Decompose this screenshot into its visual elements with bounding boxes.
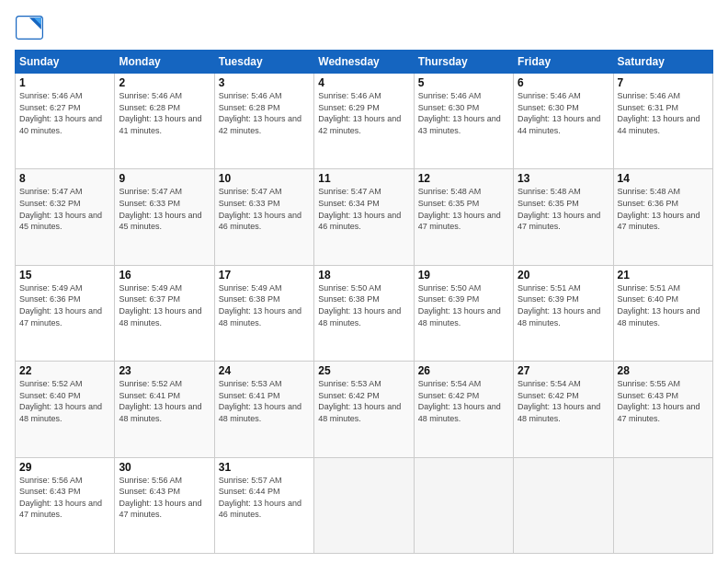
weekday-header-sunday: Sunday: [16, 51, 115, 74]
day-number: 5: [418, 76, 509, 89]
day-number: 18: [318, 269, 409, 282]
day-number: 16: [119, 269, 210, 282]
day-number: 21: [618, 269, 709, 282]
calendar-cell: 31Sunrise: 5:57 AMSunset: 6:44 PMDayligh…: [214, 457, 313, 553]
calendar-cell: 14Sunrise: 5:48 AMSunset: 6:36 PMDayligh…: [613, 169, 712, 265]
day-info: Sunrise: 5:56 AMSunset: 6:43 PMDaylight:…: [19, 475, 110, 521]
calendar-cell: 10Sunrise: 5:47 AMSunset: 6:33 PMDayligh…: [214, 169, 313, 265]
day-number: 22: [19, 364, 110, 377]
day-number: 17: [219, 269, 310, 282]
day-number: 24: [219, 364, 310, 377]
day-number: 11: [318, 172, 409, 185]
weekday-header-thursday: Thursday: [414, 51, 513, 74]
calendar-cell: 3Sunrise: 5:46 AMSunset: 6:28 PMDaylight…: [214, 74, 313, 169]
calendar-cell: 11Sunrise: 5:47 AMSunset: 6:34 PMDayligh…: [314, 169, 414, 265]
calendar-cell: 5Sunrise: 5:46 AMSunset: 6:30 PMDaylight…: [414, 74, 513, 169]
day-info: Sunrise: 5:57 AMSunset: 6:44 PMDaylight:…: [219, 475, 310, 521]
calendar-cell: 1Sunrise: 5:46 AMSunset: 6:27 PMDaylight…: [16, 74, 115, 169]
logo-icon: [15, 15, 44, 40]
calendar-cell: 2Sunrise: 5:46 AMSunset: 6:28 PMDaylight…: [115, 74, 214, 169]
calendar-cell: 6Sunrise: 5:46 AMSunset: 6:30 PMDaylight…: [514, 74, 613, 169]
day-info: Sunrise: 5:51 AMSunset: 6:40 PMDaylight:…: [618, 282, 709, 328]
calendar-cell: 30Sunrise: 5:56 AMSunset: 6:43 PMDayligh…: [115, 457, 214, 553]
calendar-cell: 24Sunrise: 5:53 AMSunset: 6:41 PMDayligh…: [214, 362, 313, 457]
day-number: 31: [219, 461, 310, 474]
weekday-header-saturday: Saturday: [613, 51, 712, 74]
day-number: 9: [119, 172, 210, 185]
day-info: Sunrise: 5:50 AMSunset: 6:39 PMDaylight:…: [418, 282, 509, 328]
page: SundayMondayTuesdayWednesdayThursdayFrid…: [0, 0, 728, 563]
calendar-cell: [514, 457, 613, 553]
calendar-cell: 21Sunrise: 5:51 AMSunset: 6:40 PMDayligh…: [613, 265, 712, 361]
day-info: Sunrise: 5:49 AMSunset: 6:38 PMDaylight:…: [219, 282, 310, 328]
header: [15, 15, 713, 40]
day-number: 7: [618, 76, 709, 89]
day-number: 12: [418, 172, 509, 185]
calendar-cell: 12Sunrise: 5:48 AMSunset: 6:35 PMDayligh…: [414, 169, 513, 265]
day-number: 26: [418, 364, 509, 377]
calendar-cell: 8Sunrise: 5:47 AMSunset: 6:32 PMDaylight…: [16, 169, 115, 265]
day-number: 23: [119, 364, 210, 377]
calendar-cell: 7Sunrise: 5:46 AMSunset: 6:31 PMDaylight…: [613, 74, 712, 169]
calendar-cell: 4Sunrise: 5:46 AMSunset: 6:29 PMDaylight…: [314, 74, 414, 169]
day-info: Sunrise: 5:46 AMSunset: 6:28 PMDaylight:…: [219, 90, 310, 136]
day-info: Sunrise: 5:47 AMSunset: 6:34 PMDaylight:…: [318, 186, 409, 232]
calendar-cell: 16Sunrise: 5:49 AMSunset: 6:37 PMDayligh…: [115, 265, 214, 361]
day-number: 10: [219, 172, 310, 185]
day-number: 19: [418, 269, 509, 282]
weekday-header-tuesday: Tuesday: [214, 51, 313, 74]
week-row-3: 15Sunrise: 5:49 AMSunset: 6:36 PMDayligh…: [16, 265, 713, 361]
weekday-header-wednesday: Wednesday: [314, 51, 414, 74]
calendar-cell: 17Sunrise: 5:49 AMSunset: 6:38 PMDayligh…: [214, 265, 313, 361]
calendar-cell: 28Sunrise: 5:55 AMSunset: 6:43 PMDayligh…: [613, 362, 712, 457]
day-number: 30: [119, 461, 210, 474]
calendar-table: SundayMondayTuesdayWednesdayThursdayFrid…: [15, 50, 713, 554]
day-info: Sunrise: 5:54 AMSunset: 6:42 PMDaylight:…: [418, 378, 509, 424]
calendar-cell: [613, 457, 712, 553]
day-info: Sunrise: 5:49 AMSunset: 6:37 PMDaylight:…: [119, 282, 210, 328]
calendar-cell: 25Sunrise: 5:53 AMSunset: 6:42 PMDayligh…: [314, 362, 414, 457]
day-number: 14: [618, 172, 709, 185]
day-number: 29: [19, 461, 110, 474]
day-info: Sunrise: 5:52 AMSunset: 6:40 PMDaylight:…: [19, 378, 110, 424]
day-number: 1: [19, 76, 110, 89]
day-info: Sunrise: 5:49 AMSunset: 6:36 PMDaylight:…: [19, 282, 110, 328]
weekday-header-row: SundayMondayTuesdayWednesdayThursdayFrid…: [16, 51, 713, 74]
day-info: Sunrise: 5:52 AMSunset: 6:41 PMDaylight:…: [119, 378, 210, 424]
calendar-cell: 9Sunrise: 5:47 AMSunset: 6:33 PMDaylight…: [115, 169, 214, 265]
calendar-cell: [314, 457, 414, 553]
day-info: Sunrise: 5:55 AMSunset: 6:43 PMDaylight:…: [618, 378, 709, 424]
day-info: Sunrise: 5:46 AMSunset: 6:31 PMDaylight:…: [618, 90, 709, 136]
day-info: Sunrise: 5:47 AMSunset: 6:32 PMDaylight:…: [19, 186, 110, 232]
week-row-2: 8Sunrise: 5:47 AMSunset: 6:32 PMDaylight…: [16, 169, 713, 265]
calendar-cell: 26Sunrise: 5:54 AMSunset: 6:42 PMDayligh…: [414, 362, 513, 457]
weekday-header-monday: Monday: [115, 51, 214, 74]
calendar-cell: 18Sunrise: 5:50 AMSunset: 6:38 PMDayligh…: [314, 265, 414, 361]
weekday-header-friday: Friday: [514, 51, 613, 74]
day-info: Sunrise: 5:46 AMSunset: 6:29 PMDaylight:…: [318, 90, 409, 136]
calendar-cell: 15Sunrise: 5:49 AMSunset: 6:36 PMDayligh…: [16, 265, 115, 361]
day-number: 13: [518, 172, 609, 185]
day-info: Sunrise: 5:51 AMSunset: 6:39 PMDaylight:…: [518, 282, 609, 328]
calendar-cell: 20Sunrise: 5:51 AMSunset: 6:39 PMDayligh…: [514, 265, 613, 361]
calendar-cell: 19Sunrise: 5:50 AMSunset: 6:39 PMDayligh…: [414, 265, 513, 361]
week-row-4: 22Sunrise: 5:52 AMSunset: 6:40 PMDayligh…: [16, 362, 713, 457]
day-info: Sunrise: 5:53 AMSunset: 6:41 PMDaylight:…: [219, 378, 310, 424]
day-number: 4: [318, 76, 409, 89]
day-info: Sunrise: 5:46 AMSunset: 6:30 PMDaylight:…: [418, 90, 509, 136]
day-number: 27: [518, 364, 609, 377]
day-info: Sunrise: 5:56 AMSunset: 6:43 PMDaylight:…: [119, 475, 210, 521]
day-info: Sunrise: 5:46 AMSunset: 6:28 PMDaylight:…: [119, 90, 210, 136]
calendar-body: 1Sunrise: 5:46 AMSunset: 6:27 PMDaylight…: [16, 74, 713, 554]
day-info: Sunrise: 5:53 AMSunset: 6:42 PMDaylight:…: [318, 378, 409, 424]
calendar-cell: 23Sunrise: 5:52 AMSunset: 6:41 PMDayligh…: [115, 362, 214, 457]
day-number: 6: [518, 76, 609, 89]
week-row-5: 29Sunrise: 5:56 AMSunset: 6:43 PMDayligh…: [16, 457, 713, 553]
day-info: Sunrise: 5:47 AMSunset: 6:33 PMDaylight:…: [119, 186, 210, 232]
day-info: Sunrise: 5:48 AMSunset: 6:35 PMDaylight:…: [518, 186, 609, 232]
logo: [15, 15, 48, 40]
week-row-1: 1Sunrise: 5:46 AMSunset: 6:27 PMDaylight…: [16, 74, 713, 169]
day-number: 8: [19, 172, 110, 185]
calendar-cell: [414, 457, 513, 553]
day-info: Sunrise: 5:47 AMSunset: 6:33 PMDaylight:…: [219, 186, 310, 232]
